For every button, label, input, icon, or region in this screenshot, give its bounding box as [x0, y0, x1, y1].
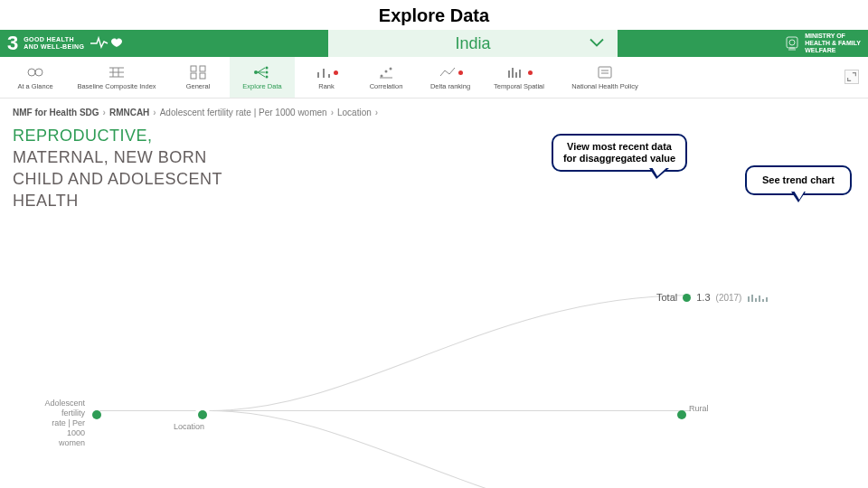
chevron-right-icon: › — [153, 108, 156, 117]
tab-temporal-spatial[interactable]: Temporal Spatial — [486, 57, 552, 98]
sdg-caption: GOOD HEALTHAND WELL-BEING — [24, 36, 84, 51]
glance-icon — [26, 64, 44, 80]
svg-point-14 — [390, 68, 392, 70]
chevron-right-icon: › — [331, 108, 334, 117]
tab-explore-data[interactable]: Explore Data — [230, 57, 295, 98]
emblem-icon — [784, 33, 800, 53]
svg-rect-7 — [200, 73, 205, 79]
country-dropdown[interactable]: India — [328, 30, 618, 57]
breadcrumb-root[interactable]: NMF for Health SDG — [13, 108, 99, 117]
svg-point-1 — [789, 40, 795, 45]
chevron-right-icon: › — [375, 108, 378, 117]
svg-rect-15 — [599, 67, 611, 78]
indicator-dot-icon — [334, 70, 338, 75]
svg-rect-4 — [191, 66, 196, 71]
root-node[interactable] — [92, 410, 101, 419]
tree-icon — [252, 64, 272, 80]
svg-point-10 — [266, 71, 269, 74]
mid-node-label: Location — [162, 422, 216, 432]
bars-icon — [506, 64, 533, 80]
breadcrumb-level1[interactable]: RMNCAH — [109, 108, 149, 117]
tab-at-a-glance[interactable]: At a Glance — [7, 57, 63, 98]
tab-baseline-composite[interactable]: Baseline Composite Index — [67, 57, 166, 98]
ministry-badge: MINISTRY OF HEALTH & FAMILY WELFARE — [784, 30, 868, 57]
svg-point-2 — [28, 69, 35, 76]
slide-title: Explore Data — [0, 0, 868, 30]
svg-rect-0 — [787, 37, 797, 48]
svg-point-11 — [266, 76, 269, 79]
chevron-down-icon — [589, 34, 605, 53]
leaf-rural-node[interactable] — [677, 410, 686, 419]
svg-point-13 — [385, 70, 388, 73]
table-icon — [108, 64, 126, 80]
scatter-icon — [378, 64, 394, 80]
svg-rect-5 — [200, 66, 205, 71]
sdg-number: 3 — [7, 32, 18, 55]
breadcrumb-level3[interactable]: Location — [337, 108, 372, 117]
tab-delta-ranking[interactable]: Delta ranking — [418, 57, 483, 98]
leaf-rural-label: Rural — [689, 404, 734, 414]
tab-correlation[interactable]: Correlation — [358, 57, 414, 98]
ecg-heart-icon — [90, 33, 129, 54]
sparkline-icon[interactable] — [747, 291, 770, 304]
grid-icon — [190, 64, 206, 80]
callout-recent-data: View most recent data for disaggregated … — [552, 134, 687, 172]
resize-button[interactable] — [844, 70, 859, 84]
svg-point-9 — [266, 67, 269, 70]
tree-diagram: Adolescent fertility rate | Per 1000 wom… — [13, 171, 855, 488]
sdg3-badge: 3 GOOD HEALTHAND WELL-BEING — [0, 30, 137, 57]
content-area: NMF for Health SDG › RMNCAH › Adolescent… — [0, 99, 868, 488]
svg-point-8 — [254, 70, 258, 74]
mid-node[interactable] — [198, 410, 207, 419]
leaf-total-value: 1.3 — [696, 292, 710, 303]
rank-icon — [316, 64, 338, 80]
policy-icon — [596, 64, 614, 80]
leaf-total-label: Total — [656, 292, 677, 303]
breadcrumb: NMF for Health SDG › RMNCAH › Adolescent… — [13, 108, 855, 117]
leaf-total[interactable]: Total 1.3 (2017) — [656, 291, 770, 304]
callout-trend-chart: See trend chart — [745, 165, 852, 195]
root-node-label: Adolescent fertility rate | Per 1000 wom… — [13, 399, 85, 448]
svg-rect-6 — [191, 73, 196, 79]
breadcrumb-level2[interactable]: Adolescent fertility rate | Per 1000 wom… — [160, 108, 327, 117]
svg-point-3 — [35, 69, 42, 76]
chevron-right-icon: › — [103, 108, 106, 117]
country-label: India — [455, 34, 490, 53]
tab-general[interactable]: General — [170, 57, 226, 98]
tab-bar: At a Glance Baseline Composite Index Gen… — [0, 57, 868, 99]
tab-national-health-policy[interactable]: National Health Policy — [555, 57, 655, 98]
leaf-total-year: (2017) — [716, 293, 742, 303]
svg-point-12 — [381, 75, 383, 78]
indicator-dot-icon — [458, 70, 463, 75]
header-bar: 3 GOOD HEALTHAND WELL-BEING India MINIST… — [0, 30, 868, 57]
tab-rank[interactable]: Rank — [298, 57, 354, 98]
delta-icon — [439, 64, 463, 80]
indicator-dot-icon — [528, 70, 533, 75]
dot-icon — [683, 294, 691, 302]
